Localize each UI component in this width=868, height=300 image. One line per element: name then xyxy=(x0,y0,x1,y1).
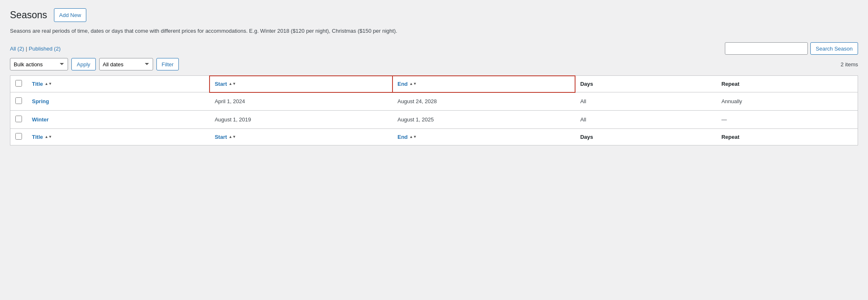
tfoot-th-days: Days xyxy=(575,129,716,145)
th-days: Days xyxy=(575,76,716,92)
th-end: End ▲▼ xyxy=(393,76,575,92)
all-dates-select[interactable]: All dates xyxy=(99,58,153,70)
sort-title-link-footer[interactable]: Title ▲▼ xyxy=(32,134,52,140)
table-body: Spring April 1, 2024 August 24, 2028 All… xyxy=(10,92,858,129)
table-footer-row: Title ▲▼ Start ▲▼ End ▲▼ Days Repeat xyxy=(10,129,858,145)
row-repeat-cell: Annually xyxy=(717,92,858,111)
sort-end-arrows-footer: ▲▼ xyxy=(410,135,417,139)
sort-end-link[interactable]: End ▲▼ xyxy=(397,81,417,87)
row-checkbox-cell xyxy=(10,111,27,129)
row-checkbox[interactable] xyxy=(15,97,22,104)
row-start-cell: April 1, 2024 xyxy=(210,92,393,111)
tfoot-th-title: Title ▲▼ xyxy=(27,129,210,145)
filter-bar-top: All (2) | Published (2) Search Season xyxy=(10,42,858,55)
table-header-row: Title ▲▼ Start ▲▼ End ▲▼ Days Repeat xyxy=(10,76,858,92)
row-title-cell: Winter xyxy=(27,111,210,129)
th-checkbox xyxy=(10,76,27,92)
row-checkbox[interactable] xyxy=(15,116,22,122)
page-title: Seasons xyxy=(10,10,47,21)
row-title-link[interactable]: Winter xyxy=(32,116,49,123)
apply-button[interactable]: Apply xyxy=(71,58,96,70)
row-checkbox-cell xyxy=(10,92,27,111)
search-input[interactable] xyxy=(725,42,808,55)
th-start: Start ▲▼ xyxy=(210,76,393,92)
th-title: Title ▲▼ xyxy=(27,76,210,92)
items-count: 2 items xyxy=(841,61,858,68)
row-title-cell: Spring xyxy=(27,92,210,111)
select-all-checkbox-footer[interactable] xyxy=(15,133,22,140)
row-start-cell: August 1, 2019 xyxy=(210,111,393,129)
status-separator: | xyxy=(26,46,27,52)
filter-button[interactable]: Filter xyxy=(156,58,179,70)
page-description: Seasons are real periods of time, dates … xyxy=(10,27,858,36)
search-season-button[interactable]: Search Season xyxy=(810,42,858,55)
filter-bar-bottom: Bulk actions Apply All dates Filter 2 it… xyxy=(10,58,858,70)
sort-title-link[interactable]: Title ▲▼ xyxy=(32,81,52,87)
th-repeat: Repeat xyxy=(717,76,858,92)
status-links: All (2) | Published (2) xyxy=(10,46,61,52)
filter-left: Bulk actions Apply All dates Filter xyxy=(10,58,179,70)
row-end-cell: August 24, 2028 xyxy=(393,92,575,111)
sort-title-arrows-footer: ▲▼ xyxy=(45,135,52,139)
tfoot-th-start: Start ▲▼ xyxy=(210,129,393,145)
tfoot-th-end: End ▲▼ xyxy=(393,129,575,145)
select-all-checkbox[interactable] xyxy=(15,80,22,87)
sort-end-link-footer[interactable]: End ▲▼ xyxy=(397,134,417,140)
row-end-cell: August 1, 2025 xyxy=(393,111,575,129)
add-new-button[interactable]: Add New xyxy=(54,8,87,22)
row-days-cell: All xyxy=(575,111,716,129)
sort-start-link-footer[interactable]: Start ▲▼ xyxy=(215,134,236,140)
row-title-link[interactable]: Spring xyxy=(32,98,49,104)
row-repeat-cell: — xyxy=(717,111,858,129)
sort-title-arrows: ▲▼ xyxy=(45,82,52,86)
status-all-link[interactable]: All (2) xyxy=(10,46,24,52)
seasons-table: Title ▲▼ Start ▲▼ End ▲▼ Days Repeat xyxy=(10,75,858,145)
table-row: Spring April 1, 2024 August 24, 2028 All… xyxy=(10,92,858,111)
sort-start-arrows: ▲▼ xyxy=(229,82,236,86)
row-days-cell: All xyxy=(575,92,716,111)
tfoot-th-checkbox xyxy=(10,129,27,145)
status-published-link[interactable]: Published (2) xyxy=(29,46,61,52)
table-row: Winter August 1, 2019 August 1, 2025 All… xyxy=(10,111,858,129)
sort-start-link[interactable]: Start ▲▼ xyxy=(215,81,236,87)
page-header: Seasons Add New xyxy=(10,8,858,22)
bulk-actions-select[interactable]: Bulk actions xyxy=(10,58,68,70)
sort-end-arrows: ▲▼ xyxy=(410,82,417,86)
tfoot-th-repeat: Repeat xyxy=(717,129,858,145)
sort-start-arrows-footer: ▲▼ xyxy=(229,135,236,139)
search-section: Search Season xyxy=(725,42,858,55)
